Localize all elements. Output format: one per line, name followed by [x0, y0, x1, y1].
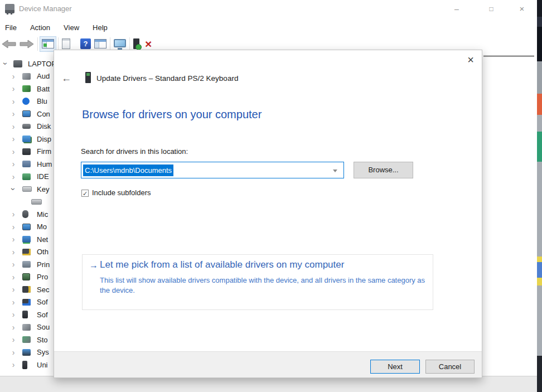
tree-item-label: Prin	[37, 260, 50, 269]
tree-item-label: Firm	[37, 147, 51, 156]
tree-item-label: IDE	[37, 172, 49, 181]
keyboard-icon	[22, 186, 32, 192]
tree-item-label: Con	[37, 110, 50, 118]
storage-controller-icon	[22, 336, 31, 343]
dialog-title: Update Drivers – Standard PS/2 Keyboard	[96, 74, 238, 83]
software-device-icon	[22, 311, 28, 318]
chevron-collapsed-icon[interactable]: ›	[10, 148, 17, 155]
software-component-icon	[22, 299, 31, 306]
chevron-collapsed-icon[interactable]: ›	[10, 123, 17, 130]
driver-location-combobox[interactable]: C:\Users\mdnb\Documents	[81, 162, 344, 178]
strip-segment	[537, 115, 542, 132]
strip-segment	[537, 27, 542, 61]
device-manager-window: Device Manager – □ × File Action View He…	[0, 0, 542, 392]
firmware-icon	[22, 148, 31, 155]
other-devices-icon	[22, 249, 31, 255]
tree-item-label: Sof	[37, 298, 48, 306]
chevron-collapsed-icon[interactable]: ›	[10, 311, 17, 318]
tree-item-label: Key	[37, 185, 49, 193]
audio-icon	[22, 73, 31, 80]
toolbar-separator	[110, 37, 110, 51]
tree-item-label: Mo	[37, 222, 47, 231]
chevron-collapsed-icon[interactable]: ›	[10, 249, 17, 255]
chevron-collapsed-icon[interactable]: ›	[10, 173, 17, 180]
include-subfolders-checkbox[interactable]: ✓	[81, 190, 89, 197]
next-button[interactable]: Next	[370, 360, 420, 374]
tree-item-label: Aud	[37, 72, 50, 80]
chevron-collapsed-icon[interactable]: ›	[10, 73, 17, 80]
chevron-collapsed-icon[interactable]: ›	[10, 324, 17, 331]
sound-controller-icon	[22, 324, 31, 331]
cancel-button[interactable]: Cancel	[425, 360, 475, 374]
laptop-icon	[13, 60, 22, 67]
let-me-pick-title[interactable]: Let me pick from a list of available dri…	[100, 259, 344, 270]
strip-segment	[537, 162, 542, 257]
tree-item-label: Batt	[37, 85, 50, 93]
tree-item-label: Uni	[37, 361, 48, 369]
strip-segment	[537, 262, 542, 278]
chevron-collapsed-icon[interactable]: ›	[10, 286, 17, 293]
chevron-collapsed-icon[interactable]: ›	[10, 98, 17, 105]
let-me-pick-option[interactable]: → Let me pick from a list of available d…	[82, 254, 433, 310]
browse-button[interactable]: Browse...	[354, 162, 413, 178]
chevron-collapsed-icon[interactable]: ›	[10, 236, 17, 243]
chevron-collapsed-icon[interactable]: ›	[10, 224, 17, 230]
strip-segment	[537, 61, 542, 94]
chevron-expanded-icon[interactable]: ›	[2, 60, 9, 67]
bluetooth-icon	[22, 98, 30, 105]
driver-location-value[interactable]: C:\Users\mdnb\Documents	[83, 164, 173, 176]
tree-item-label: Sec	[37, 285, 49, 294]
strip-segment	[537, 0, 542, 17]
print-queue-icon	[22, 261, 31, 268]
tree-item-label: LAPTOP	[28, 60, 56, 68]
tree-item-label: Sof	[37, 311, 48, 319]
dialog-close-icon[interactable]: ×	[467, 54, 474, 66]
chevron-down-icon[interactable]	[333, 170, 337, 172]
tree-item-label: Sou	[37, 323, 50, 331]
chevron-collapsed-icon[interactable]: ›	[10, 85, 17, 92]
battery-icon	[22, 85, 31, 92]
device-manager-app-icon	[5, 4, 14, 13]
tree-item-label: Blu	[37, 97, 47, 105]
chevron-collapsed-icon[interactable]: ›	[10, 361, 17, 368]
minimize-button[interactable]: –	[448, 2, 465, 16]
back-arrow-icon[interactable]	[0, 36, 18, 52]
toolbar-separator	[129, 37, 130, 51]
menu-action[interactable]: Action	[23, 21, 57, 34]
system-device-icon	[22, 349, 31, 356]
toolbar-separator	[58, 37, 59, 51]
forward-arrow-icon[interactable]	[18, 36, 36, 52]
menu-view[interactable]: View	[57, 21, 86, 34]
display-adapter-icon	[22, 135, 31, 142]
window-title: Device Manager	[19, 4, 72, 13]
usb-controller-icon	[22, 361, 27, 369]
disk-drive-icon	[22, 124, 31, 129]
chevron-collapsed-icon[interactable]: ›	[10, 135, 17, 142]
chevron-collapsed-icon[interactable]: ›	[10, 261, 17, 268]
dialog-back-icon[interactable]: ←	[61, 72, 71, 84]
chevron-collapsed-icon[interactable]: ›	[10, 211, 17, 217]
details-pane-top-border	[483, 55, 534, 57]
strip-segment	[537, 285, 542, 356]
tree-item-label: Sto	[37, 336, 48, 344]
chevron-collapsed-icon[interactable]: ›	[10, 336, 17, 343]
tree-item-label: Mic	[37, 210, 48, 219]
chevron-collapsed-icon[interactable]: ›	[10, 349, 17, 356]
strip-segment	[537, 257, 542, 262]
strip-segment	[537, 17, 542, 27]
maximize-button[interactable]: □	[483, 2, 500, 16]
strip-segment	[537, 278, 542, 285]
close-button[interactable]: ×	[514, 2, 530, 16]
chevron-collapsed-icon[interactable]: ›	[10, 274, 17, 280]
let-me-pick-description: This list will show available drivers co…	[100, 275, 434, 295]
tree-item-label: Pro	[37, 273, 48, 281]
menu-file[interactable]: File	[0, 21, 23, 34]
chevron-collapsed-icon[interactable]: ›	[10, 110, 17, 117]
chevron-collapsed-icon[interactable]: ›	[10, 299, 17, 306]
window-bottom-edge	[0, 376, 537, 392]
chevron-expanded-icon[interactable]: ›	[10, 186, 17, 192]
menu-help[interactable]: Help	[86, 21, 114, 34]
keyboard-device-icon	[31, 199, 42, 205]
chevron-collapsed-icon[interactable]: ›	[10, 161, 17, 167]
computer-icon	[22, 110, 31, 117]
